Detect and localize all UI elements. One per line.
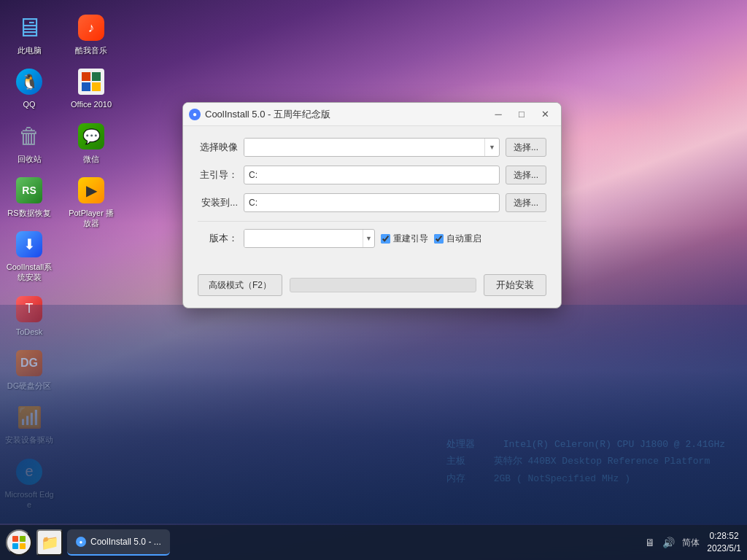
taskbar-app-icon: ● — [76, 537, 86, 547]
dialog-window-controls: ─ □ ✕ — [488, 106, 555, 122]
screen-icon[interactable]: 🖥 — [645, 537, 655, 548]
select-image-row: 选择映像 ▼ 选择... — [198, 138, 546, 157]
desktop-icon-thispc-label: 此电脑 — [18, 45, 42, 55]
desktop-icon-driver-label: 安装设备驱动 — [5, 435, 53, 445]
desktop: 🖥 此电脑 🐧 QQ 🗑 回收站 RS RS数据恢复 — [0, 0, 747, 560]
desktop-icon-wechat-label: 微信 — [83, 154, 99, 164]
desktop-icon-coolinstall[interactable]: ⬇ CoolInstall系统安装 — [0, 224, 58, 289]
desktop-icon-edge-label: Microsoft Edge — [4, 489, 54, 510]
language-indicator[interactable]: 简体 — [682, 537, 700, 549]
desktop-icon-coolinstall-label: CoolInstall系统安装 — [4, 262, 54, 283]
rebuild-boot-checkbox-wrap[interactable]: 重建引导 — [381, 233, 428, 245]
bootloader-label: 主引导： — [198, 168, 238, 182]
desktop-icon-rs-label: RS数据恢复 — [7, 208, 50, 218]
svg-rect-0 — [82, 72, 90, 81]
start-button[interactable] — [6, 529, 32, 556]
rebuild-boot-label: 重建引导 — [393, 233, 428, 245]
desktop-icon-recycle-label: 回收站 — [18, 154, 42, 164]
windows-logo-icon — [12, 536, 26, 549]
file-explorer-button[interactable]: 📁 — [36, 529, 63, 556]
rebuild-boot-checkbox[interactable] — [381, 234, 390, 244]
ram-info: 内存 2GB ( NotSpecified MHz ) — [446, 470, 725, 487]
desktop-icon-area: 🖥 此电脑 🐧 QQ 🗑 回收站 RS RS数据恢复 — [0, 7, 124, 518]
dialog-app-icon: ● — [189, 109, 201, 120]
desktop-icon-recycle[interactable]: 🗑 回收站 — [0, 116, 58, 170]
desktop-icon-todesk[interactable]: T ToDesk — [0, 289, 58, 343]
svg-rect-1 — [92, 72, 101, 81]
auto-restart-label: 自动重启 — [446, 233, 481, 245]
install-to-row: 安装到... 选择... — [198, 193, 546, 212]
desktop-icon-wechat[interactable]: 💬 微信 — [62, 116, 120, 170]
version-label: 版本： — [198, 232, 238, 245]
select-image-button[interactable]: 选择... — [506, 138, 546, 157]
desktop-icon-kugou[interactable]: ♪ 酷我音乐 — [62, 7, 120, 61]
install-to-select-button[interactable]: 选择... — [506, 193, 546, 212]
desktop-icon-edge[interactable]: e Microsoft Edge — [0, 451, 58, 516]
maximize-button[interactable]: □ — [511, 106, 532, 122]
taskbar-app-label: CoolInstall 5.0 - ... — [90, 537, 161, 547]
minimize-button[interactable]: ─ — [488, 106, 508, 122]
version-dropdown-arrow[interactable]: ▼ — [363, 230, 374, 247]
svg-rect-3 — [92, 82, 101, 91]
board-info: 主板 英特尔 440BX Desktop Reference Platform — [446, 453, 725, 470]
taskbar-date-value: 2023/5/1 — [707, 542, 741, 555]
bootloader-row: 主引导： 选择... — [198, 166, 546, 184]
desktop-icon-office[interactable]: Office 2010 — [62, 61, 120, 115]
desktop-icon-rs[interactable]: RS RS数据恢复 — [0, 170, 58, 224]
cpu-info: 处理器 Intel(R) Celeron(R) CPU J1800 @ 2.41… — [446, 436, 725, 453]
version-input[interactable] — [244, 230, 363, 247]
auto-restart-checkbox[interactable] — [434, 234, 444, 244]
bootloader-select-button[interactable]: 选择... — [506, 166, 546, 184]
svg-rect-2 — [82, 82, 90, 91]
advanced-mode-button[interactable]: 高级模式（F2） — [198, 274, 282, 296]
desktop-icon-office-label: Office 2010 — [71, 99, 112, 109]
speaker-icon[interactable]: 🔊 — [662, 537, 675, 548]
progress-bar — [290, 278, 476, 292]
dialog-body: 选择映像 ▼ 选择... 主引导： 选择... 安装到... — [183, 126, 561, 268]
desktop-icon-qq-label: QQ — [23, 99, 35, 109]
taskbar-time-value: 0:28:52 — [707, 530, 741, 542]
install-to-label: 安装到... — [198, 196, 238, 209]
dialog-titlebar: ● CoolInstall 5.0 - 五周年纪念版 ─ □ ✕ — [183, 103, 561, 126]
taskbar-clock[interactable]: 0:28:52 2023/5/1 — [707, 530, 741, 555]
start-install-button[interactable]: 开始安装 — [484, 274, 546, 296]
divider — [198, 221, 546, 222]
desktop-icon-potplayer[interactable]: ▶ PotPlayer 播放器 — [62, 170, 120, 235]
desktop-icon-todesk-label: ToDesk — [16, 327, 43, 337]
close-button[interactable]: ✕ — [535, 106, 555, 122]
desktop-icon-kugou-label: 酷我音乐 — [75, 45, 107, 55]
desktop-icon-potplayer-label: PotPlayer 播放器 — [66, 208, 116, 229]
dialog-footer: 高级模式（F2） 开始安装 — [183, 268, 561, 308]
taskbar-right: 🖥 🔊 简体 0:28:52 2023/5/1 — [645, 530, 741, 555]
desktop-icon-dg-label: DG硬盘分区 — [7, 381, 52, 391]
coolinstall-dialog: ● CoolInstall 5.0 - 五周年纪念版 ─ □ ✕ 选择映像 ▼ — [182, 102, 562, 308]
select-image-dropdown-arrow[interactable]: ▼ — [484, 139, 499, 156]
bootloader-input[interactable] — [244, 166, 500, 184]
select-image-label: 选择映像 — [198, 141, 238, 154]
desktop-icon-dg[interactable]: DG DG硬盘分区 — [0, 343, 58, 397]
select-image-input[interactable] — [244, 139, 484, 156]
dialog-title: CoolInstall 5.0 - 五周年纪念版 — [205, 108, 484, 121]
version-row: 版本： ▼ 重建引导 自动重启 — [198, 229, 546, 248]
desktop-icon-thispc[interactable]: 🖥 此电脑 — [0, 7, 58, 61]
install-to-input[interactable] — [244, 193, 500, 212]
system-info: 处理器 Intel(R) Celeron(R) CPU J1800 @ 2.41… — [446, 436, 725, 487]
auto-restart-checkbox-wrap[interactable]: 自动重启 — [434, 233, 481, 245]
taskbar-coolinstall-app[interactable]: ● CoolInstall 5.0 - ... — [67, 529, 170, 556]
desktop-icon-qq[interactable]: 🐧 QQ — [0, 61, 58, 115]
desktop-icon-driver[interactable]: 📶 安装设备驱动 — [0, 397, 58, 451]
taskbar: 📁 ● CoolInstall 5.0 - ... 🖥 🔊 简体 0:28:52… — [0, 525, 747, 560]
